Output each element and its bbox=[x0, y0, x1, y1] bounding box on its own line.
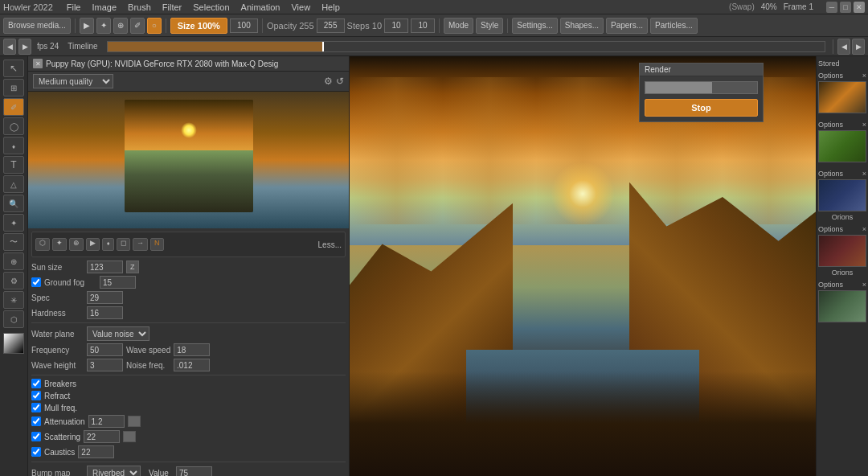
options-x-3[interactable]: × bbox=[862, 170, 866, 178]
menu-selection[interactable]: Selection bbox=[190, 2, 231, 12]
less-btn[interactable]: Less... bbox=[318, 240, 342, 249]
scat-check[interactable] bbox=[31, 432, 41, 441]
tool-eyedrop[interactable]: ✦ bbox=[3, 214, 24, 232]
timeline-bar[interactable] bbox=[107, 41, 825, 52]
nav-arrows[interactable]: ◀ ▶ bbox=[837, 39, 865, 55]
z-btn[interactable]: Z bbox=[126, 261, 139, 273]
options-label-4[interactable]: Options bbox=[818, 225, 843, 233]
noise-freq-input[interactable] bbox=[174, 359, 210, 371]
size-input[interactable] bbox=[230, 18, 258, 33]
spec-input[interactable] bbox=[87, 291, 123, 304]
tool2-icon-2[interactable]: ▶ bbox=[18, 39, 31, 55]
menu-animation[interactable]: Animation bbox=[239, 2, 283, 12]
options-label-1[interactable]: Options bbox=[818, 72, 843, 80]
menu-view[interactable]: View bbox=[289, 2, 313, 12]
settings-icon-panel[interactable]: ⚙ bbox=[324, 76, 333, 87]
sun-size-input[interactable] bbox=[87, 261, 123, 273]
tool-zoom[interactable]: 🔍 bbox=[3, 195, 24, 212]
nav-left[interactable]: ◀ bbox=[837, 39, 850, 55]
freq-input[interactable] bbox=[87, 343, 123, 356]
tool2-icon-1[interactable]: ◀ bbox=[3, 39, 16, 55]
options-x-2[interactable]: × bbox=[862, 121, 866, 129]
tool-paint[interactable]: ✐ bbox=[3, 98, 24, 116]
tool-icon-4[interactable]: ✐ bbox=[130, 18, 145, 34]
options-x-4[interactable]: × bbox=[862, 225, 866, 233]
minimize-btn[interactable]: ─ bbox=[826, 2, 837, 13]
scat-input[interactable] bbox=[84, 430, 120, 443]
tool-icon-e[interactable]: ⬧ bbox=[102, 238, 114, 251]
quality-select[interactable]: Medium quality bbox=[33, 74, 113, 88]
settings-btn[interactable]: Settings... bbox=[512, 18, 557, 34]
opacity-input[interactable] bbox=[317, 18, 345, 33]
refresh-icon[interactable]: ↺ bbox=[336, 76, 344, 87]
tool-smear[interactable]: 〜 bbox=[3, 233, 24, 251]
style-btn[interactable]: Style bbox=[476, 18, 503, 34]
atten-check[interactable] bbox=[31, 416, 41, 426]
wave-speed-input[interactable] bbox=[174, 343, 210, 356]
options-label-3[interactable]: Options bbox=[818, 170, 843, 178]
menu-help[interactable]: Help bbox=[319, 2, 342, 12]
tool-icon-1[interactable]: ▶ bbox=[80, 18, 94, 34]
tool-particles[interactable]: ✳ bbox=[3, 291, 24, 309]
tool-warp[interactable]: ⚙ bbox=[3, 272, 24, 289]
hardness-input[interactable] bbox=[87, 306, 123, 319]
tool-icon-f[interactable]: ◻ bbox=[117, 238, 130, 251]
tool-icon-g[interactable]: → bbox=[133, 238, 148, 251]
ground-fog-input[interactable] bbox=[100, 276, 136, 289]
bump-map-select[interactable]: Riverbed bbox=[87, 466, 141, 476]
stop-render-btn[interactable]: Stop bbox=[645, 99, 758, 117]
tool-text[interactable]: T bbox=[3, 156, 24, 174]
steps-input[interactable] bbox=[384, 18, 408, 33]
papers-btn[interactable]: Papers... bbox=[606, 18, 648, 34]
tool-3d[interactable]: ⬡ bbox=[3, 310, 24, 328]
menu-filter[interactable]: Filter bbox=[160, 2, 184, 12]
tool-crop[interactable]: ⊞ bbox=[3, 79, 24, 96]
wave-height-input[interactable] bbox=[87, 359, 123, 371]
mode-btn[interactable]: Mode bbox=[444, 18, 473, 34]
menu-brush[interactable]: Brush bbox=[125, 2, 154, 12]
n10-input[interactable] bbox=[411, 18, 435, 33]
options-label-5[interactable]: Options bbox=[818, 281, 843, 289]
breakers-check[interactable] bbox=[31, 379, 41, 388]
tool-icon-h[interactable]: N bbox=[150, 238, 164, 251]
tool-icon-a[interactable]: ⬡ bbox=[35, 238, 50, 251]
options-label-2[interactable]: Options bbox=[818, 121, 843, 129]
browse-media-btn[interactable]: Browse media... bbox=[3, 18, 71, 34]
mullfreq-check[interactable] bbox=[31, 403, 41, 412]
tool-fill[interactable]: ⬧ bbox=[3, 137, 24, 154]
tool-icon-d[interactable]: ▶ bbox=[86, 238, 100, 251]
menu-file[interactable]: File bbox=[64, 2, 84, 12]
tool-icon-3[interactable]: ⊕ bbox=[113, 18, 128, 34]
freq-label: Frequency bbox=[31, 346, 84, 355]
options-x-5[interactable]: × bbox=[862, 281, 866, 289]
tool-shape[interactable]: △ bbox=[3, 175, 24, 193]
tool-icon-5[interactable]: ○ bbox=[147, 18, 162, 34]
close-panel-btn[interactable]: ✕ bbox=[33, 59, 43, 68]
maximize-btn[interactable]: □ bbox=[840, 2, 851, 13]
value-input[interactable] bbox=[176, 466, 212, 476]
tool-eraser[interactable]: ◯ bbox=[3, 117, 24, 135]
menu-image[interactable]: Image bbox=[90, 2, 120, 12]
atten-swatch bbox=[128, 416, 141, 427]
divider2 bbox=[31, 375, 346, 375]
tool-icon-2[interactable]: ✦ bbox=[96, 18, 111, 34]
close-btn[interactable]: ✕ bbox=[854, 2, 865, 13]
caus-input[interactable] bbox=[78, 445, 114, 458]
tool-select[interactable]: ↖ bbox=[3, 60, 24, 77]
orions-text-1: Orions bbox=[818, 213, 866, 221]
tool-icon-b[interactable]: ✦ bbox=[52, 238, 67, 251]
color-swatch[interactable] bbox=[3, 333, 24, 354]
caus-check[interactable] bbox=[31, 447, 41, 457]
water-plane-select[interactable]: Value noise bbox=[87, 326, 149, 341]
tool-icon-c[interactable]: ⊕ bbox=[69, 238, 84, 251]
options-x-1[interactable]: × bbox=[862, 72, 866, 80]
shapes-btn[interactable]: Shapes... bbox=[560, 18, 604, 34]
refract-check[interactable] bbox=[31, 391, 41, 400]
particles-btn[interactable]: Particles... bbox=[650, 18, 698, 34]
divider3 bbox=[31, 462, 346, 462]
tool-clone[interactable]: ⊕ bbox=[3, 252, 24, 270]
ground-fog-check[interactable] bbox=[31, 277, 41, 287]
size-100-btn[interactable]: Size 100% bbox=[170, 18, 227, 34]
atten-input[interactable] bbox=[88, 415, 125, 428]
nav-right[interactable]: ▶ bbox=[852, 39, 865, 55]
